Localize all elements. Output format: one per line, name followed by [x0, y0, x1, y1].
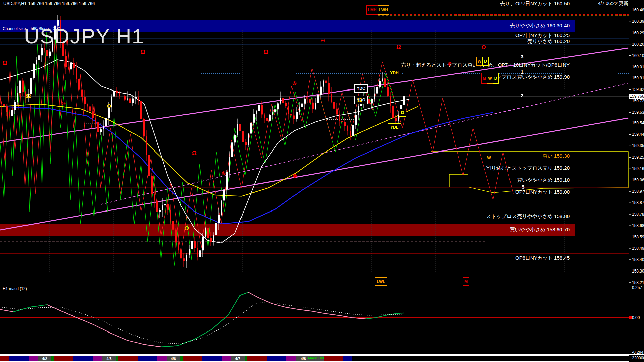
omega-signal-icon: Ω [26, 93, 31, 99]
level-tag-ydh: YDH [388, 69, 401, 77]
timeline-block [116, 356, 118, 361]
price-tick: 159.630 [632, 110, 644, 115]
wave-count-mark: 1 [521, 69, 523, 75]
level-tag-d: D [482, 57, 489, 66]
symbol-ohlc-readout: USDJPY,H1 159.766 159.766 159.766 159.76… [3, 1, 95, 6]
macd-axis-max: 0.257 [632, 285, 642, 290]
price-tick: 158.970 [632, 189, 644, 194]
top-sell-annotation: 売り、OP7日NYカット 160.50 [500, 1, 570, 7]
price-tick: 159.540 [632, 121, 644, 125]
price-tick: 159.445 [632, 132, 644, 137]
level-annotation: 買いやや小さめ 158.60-70 [510, 227, 570, 233]
price-tick: 159.820 [632, 87, 644, 92]
level-annotation: 買いやや小さめ 159.10 [517, 177, 570, 183]
level-annotation: ストップロス売りやや小さめ 158.80 [486, 213, 570, 220]
price-tick: 158.685 [632, 223, 644, 228]
level-annotation: OP8日NYカット 158.45 [515, 255, 570, 261]
macd-axis-min: -0.294 [632, 350, 643, 355]
price-tick: 159.725 [632, 99, 644, 103]
target-signal-icon: ◎ [293, 173, 297, 178]
timeline-block [222, 356, 231, 361]
level-tag-w: W [476, 57, 483, 66]
timeline-block [118, 356, 138, 361]
wave-count-mark: 5 [522, 184, 524, 190]
omega-signal-icon: Ω [3, 60, 7, 66]
price-tick: 160.295 [632, 31, 644, 35]
price-tick: 160.200 [632, 42, 644, 47]
volume-corner-value: 220000 [632, 356, 644, 360]
timeline-block [202, 356, 222, 361]
target-signal-icon: ◎ [321, 38, 325, 43]
timeline-block [183, 356, 202, 361]
price-tick: 158.780 [632, 212, 644, 217]
level-tag-lmh: LMH [366, 5, 378, 15]
level-annotation: OP7日NYカット 159.00 [515, 189, 570, 195]
price-tick: 160.010 [632, 65, 644, 69]
macd-indicator-label: H1 macd (12) [3, 286, 27, 291]
level-tag-ydl: YDL [388, 123, 401, 131]
level-annotation: 売りやや小さめ 160.30-40 [510, 23, 570, 29]
timeline-block [343, 356, 352, 361]
price-tick: 158.875 [632, 200, 644, 205]
date-label: 4/2 [38, 356, 51, 361]
timeline-block [286, 356, 296, 361]
timeline-block [180, 356, 183, 361]
timeline-block [73, 356, 93, 361]
level-tag-m: M [481, 73, 487, 84]
omega-signal-icon: Ω [141, 49, 145, 55]
price-tick: 159.915 [632, 76, 644, 80]
price-tick: 159.160 [632, 166, 644, 171]
macd-zero-marker [629, 316, 632, 319]
updated-timestamp: 4/7 06:22 更新 [598, 1, 628, 6]
wave-count-mark: 2 [521, 93, 523, 98]
panel-separator-2 [0, 354, 644, 355]
price-tick: 158.590 [632, 235, 644, 239]
price-axis-border [629, 0, 629, 362]
timeline-block [138, 356, 157, 361]
target-signal-icon: ◎ [448, 61, 451, 66]
omega-signal-icon: Ω [107, 103, 111, 110]
level-tag-d: D [493, 73, 499, 84]
price-tick: 158.495 [632, 246, 644, 251]
omega-signal-icon: Ω [481, 44, 486, 51]
trading-terminal: USDJPY,H1 159.766 159.766 159.766 159.76… [0, 0, 644, 362]
target-signal-icon: ◎ [292, 80, 296, 85]
wave-count-mark: 3 [521, 54, 523, 59]
price-tick: 158.400 [632, 257, 644, 262]
timeline-block [29, 356, 38, 361]
omega-signal-icon: Ω [396, 44, 401, 50]
price-tick: 160.485 [632, 8, 644, 12]
level-annotation: OP7日NYカット 160.25 [515, 32, 570, 39]
price-tick: 158.210 [632, 280, 644, 285]
date-label: 4/6 [167, 356, 180, 361]
timeline-block [93, 356, 102, 361]
date-label: 4/3 [102, 356, 116, 361]
price-tick: 158.305 [632, 269, 644, 274]
level-tag-w: W [486, 153, 492, 163]
macd-on-label: Macd ON [308, 356, 324, 360]
level-tag-lwh: LWH [378, 5, 389, 15]
price-tick: 160.105 [632, 53, 644, 58]
price-tick: 160.390 [632, 19, 644, 24]
timeline-block [245, 356, 247, 361]
timeline-block [0, 356, 9, 361]
timeline-block [9, 356, 29, 361]
target-signal-icon: ◎ [222, 170, 225, 175]
timeline-block [157, 356, 167, 361]
timeline-block [324, 356, 343, 361]
current-price-badge: 159.766 [629, 94, 644, 99]
timeline-block [247, 356, 267, 361]
price-tick: 159.065 [632, 178, 644, 182]
macd-axis-zero: 0.00 [632, 315, 640, 320]
level-tag-d: D [399, 109, 406, 117]
level-annotation: 売り小さめ 160.20 [527, 38, 570, 45]
level-tag-w: W [487, 73, 493, 84]
timeline-block [51, 356, 54, 361]
level-tag-ydc: YDC [354, 84, 368, 93]
price-tick: 159.255 [632, 155, 644, 160]
level-annotation: 割り込むとストップロス売り 159.20 [486, 165, 570, 171]
omega-signal-icon: Ω [357, 97, 362, 103]
target-signal-icon: ◎ [62, 101, 65, 106]
level-annotation: 買い 159.30 [543, 153, 570, 159]
timeline-block [267, 356, 286, 361]
